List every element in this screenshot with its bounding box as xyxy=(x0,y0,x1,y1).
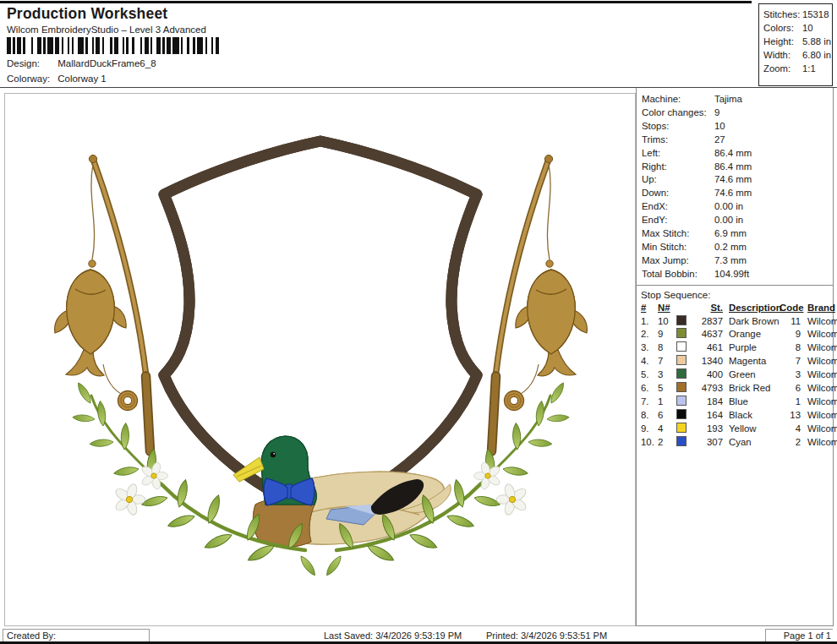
last-saved-text: Last Saved: 3/4/2026 9:53:19 PM xyxy=(324,630,462,641)
machine-info-value: 86.4 mm xyxy=(714,161,752,174)
table-row: 8.6164Black13Wilcom xyxy=(641,408,833,422)
swatch-cell xyxy=(676,355,694,367)
machine-info-value: 0.2 mm xyxy=(714,241,747,254)
machine-info-label: Stops: xyxy=(642,120,714,134)
swatch-cell xyxy=(676,423,694,434)
table-cell: 8 xyxy=(658,342,676,352)
swatch-cell xyxy=(676,368,694,380)
table-cell: 5 xyxy=(658,383,676,393)
machine-info-label: Min Stitch: xyxy=(642,241,714,254)
machine-info-row: Right:86.4 mm xyxy=(642,161,833,174)
thread-color-swatch xyxy=(676,355,687,365)
table-cell: 10. xyxy=(641,437,658,447)
table-cell: 4793 xyxy=(694,383,725,393)
machine-info-value: 74.6 mm xyxy=(714,187,752,200)
stat-label: Zoom: xyxy=(763,62,802,75)
table-cell: 4 xyxy=(658,423,676,434)
table-cell: 3. xyxy=(641,342,658,352)
design-label: Design: xyxy=(7,58,55,68)
embroidery-design-preview xyxy=(5,94,635,625)
table-cell: 193 xyxy=(694,423,725,434)
machine-info-value: 27 xyxy=(714,134,725,147)
machine-info-row: EndX:0.00 in xyxy=(642,200,833,214)
created-by-box: Created By: xyxy=(3,629,150,642)
thread-color-swatch xyxy=(676,423,687,433)
duck-eye xyxy=(271,452,276,457)
design-info-panel: Machine:TajimaColor changes:9Stops:10Tri… xyxy=(636,88,834,626)
table-cell: Wilcom xyxy=(802,437,836,447)
machine-info-label: Down: xyxy=(642,187,714,200)
barcode-bar xyxy=(172,37,178,54)
table-cell: 8 xyxy=(780,342,802,352)
table-cell: 13 xyxy=(780,410,802,420)
barcode-gap xyxy=(25,37,31,54)
stat-row: Width:6.80 in xyxy=(763,48,832,62)
machine-info-label: Total Bobbin: xyxy=(642,268,714,281)
machine-info-row: Trims:27 xyxy=(642,134,833,147)
machine-info-label: Up: xyxy=(642,173,714,187)
stat-label: Width: xyxy=(763,48,802,62)
stat-value: 6.80 in xyxy=(802,48,831,62)
table-cell: 6 xyxy=(780,383,802,393)
column-header: St. xyxy=(694,303,725,313)
column-header: Code xyxy=(780,303,802,313)
table-row: 2.94637Orange9Wilcom xyxy=(641,327,833,341)
machine-info-row: Stops:10 xyxy=(642,120,833,134)
table-cell: Green xyxy=(725,369,780,379)
machine-info-value: 86.4 mm xyxy=(714,147,752,161)
machine-info-value: 6.9 mm xyxy=(714,227,747,241)
header-top-rule xyxy=(0,1,752,3)
table-cell: 6 xyxy=(658,410,676,420)
barcode-bar xyxy=(197,37,203,54)
stop-sequence-table: #N#St.DescriptionCodeBrand1.102837Dark B… xyxy=(641,301,833,449)
table-cell: Dark Brown xyxy=(725,316,780,326)
table-cell: Wilcom xyxy=(802,356,836,366)
table-header-row: #N#St.DescriptionCodeBrand xyxy=(641,301,833,314)
machine-info-row: Color changes:9 xyxy=(642,106,833,120)
table-cell: 1 xyxy=(658,396,676,407)
table-cell: Wilcom xyxy=(802,410,836,420)
column-header: Description xyxy=(725,303,780,313)
table-row: 10.2307Cyan2Wilcom xyxy=(641,435,833,449)
shield-frame xyxy=(164,141,477,514)
machine-info-label: EndY: xyxy=(642,214,714,227)
table-cell: Wilcom xyxy=(802,316,836,326)
stat-label: Height: xyxy=(763,35,802,48)
table-cell: 6. xyxy=(641,383,658,393)
page-number: Page 1 of 1 xyxy=(765,629,833,642)
table-cell: 4. xyxy=(641,356,658,366)
stat-value: 10 xyxy=(802,21,813,35)
table-cell: 9. xyxy=(641,423,658,434)
machine-info-label: Right: xyxy=(642,161,714,174)
table-row: 3.8461Purple8Wilcom xyxy=(641,341,833,354)
table-cell: Purple xyxy=(725,342,780,352)
design-preview-area xyxy=(4,93,636,626)
swatch-cell xyxy=(676,409,694,421)
table-cell: Brick Red xyxy=(725,383,780,393)
table-cell: 7 xyxy=(658,356,676,366)
table-cell: Wilcom xyxy=(802,423,836,434)
table-cell: Wilcom xyxy=(802,396,836,407)
table-cell: Yellow xyxy=(725,423,780,434)
thread-color-swatch xyxy=(676,436,687,446)
machine-info-row: Up:74.6 mm xyxy=(642,173,833,187)
table-cell: Magenta xyxy=(725,356,780,366)
page-title: Production Worksheet xyxy=(7,5,167,23)
barcode-bar xyxy=(47,37,53,54)
stat-value: 1:1 xyxy=(802,62,816,75)
table-cell: Wilcom xyxy=(802,329,836,339)
app-subtitle: Wilcom EmbroideryStudio – Level 3 Advanc… xyxy=(7,25,206,35)
stop-sequence: Stop Sequence: #N#St.DescriptionCodeBran… xyxy=(637,285,833,449)
table-cell: 11 xyxy=(780,316,802,326)
stat-row: Colors:10 xyxy=(763,21,832,35)
stat-value: 5.88 in xyxy=(802,35,831,48)
table-row: 1.102837Dark Brown11Wilcom xyxy=(641,314,833,328)
machine-info-row: Max Jump:7.3 mm xyxy=(642,254,833,268)
table-cell: 164 xyxy=(694,410,725,420)
machine-info-value: 9 xyxy=(714,106,719,120)
barcode-gap xyxy=(219,37,221,54)
table-cell: Orange xyxy=(725,329,780,339)
swatch-cell xyxy=(676,396,694,407)
column-header: Brand xyxy=(802,303,836,313)
machine-info-value: 10 xyxy=(714,120,725,134)
